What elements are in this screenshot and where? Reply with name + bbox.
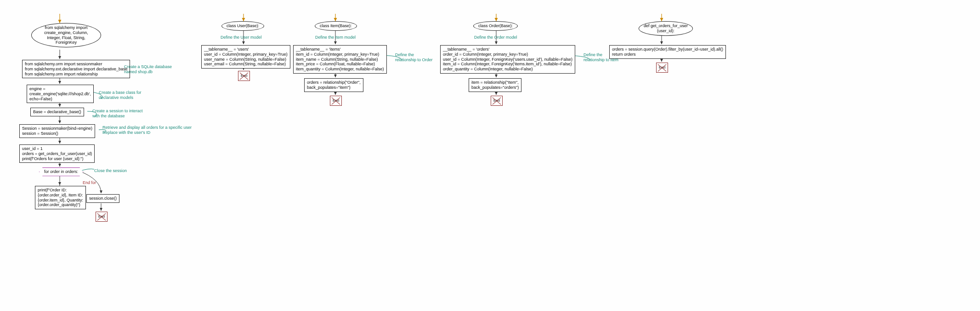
- annot-order-model: Define the Order model: [474, 35, 517, 40]
- node-text: End: [659, 65, 665, 70]
- node-text: from sqlalchemy.orm import sessionmaker …: [25, 62, 127, 76]
- main-userid-node: user_id = 1 orders = get_orders_for_user…: [19, 144, 95, 163]
- main-start-node: from sqlalchemy import create_engine, Co…: [31, 23, 101, 47]
- annot-item-model: Define the Item model: [315, 35, 356, 40]
- main-print-node: print(f"Order ID: {order.order_id}, Item…: [35, 186, 86, 209]
- item-body-node: __tablename__ = 'items' item_id = Column…: [293, 45, 387, 74]
- func-body-node: orders = session.query(Order).filter_by(…: [609, 45, 726, 59]
- node-text: class Item(Base):: [320, 23, 352, 28]
- node-text: End: [98, 214, 105, 219]
- node-text: print(f"Order ID: {order.order_id}, Item…: [38, 188, 83, 207]
- node-text: orders = relationship("Order", back_popu…: [307, 80, 361, 90]
- user-start-node: class User(Base):: [221, 21, 264, 31]
- item-end-node: End: [330, 96, 342, 106]
- order-end-node: End: [491, 96, 503, 106]
- node-text: class User(Base):: [227, 23, 259, 28]
- node-text: class Order(Base):: [478, 23, 513, 28]
- node-text: for order in orders:: [44, 169, 78, 174]
- node-text: End: [493, 98, 500, 103]
- node-text: __tablename__ = 'users' user_id = Column…: [204, 47, 288, 66]
- node-text: __tablename__ = 'items' item_id = Column…: [296, 47, 384, 71]
- annot-item-rel: Define the relationship to Order: [395, 52, 433, 63]
- main-base-node: Base = declarative_base(): [30, 108, 84, 116]
- node-text: item = relationship("Item", back_populat…: [471, 80, 519, 90]
- node-text: user_id = 1 orders = get_orders_for_user…: [22, 146, 92, 161]
- main-imports-node: from sqlalchemy.orm import sessionmaker …: [22, 60, 130, 78]
- func-start-node: def get_orders_for_user (user_id):: [639, 21, 693, 36]
- node-text: from sqlalchemy import create_engine, Co…: [44, 25, 88, 45]
- annot-session: Create a session to interact with the da…: [92, 109, 143, 119]
- item-start-node: class Item(Base):: [315, 21, 357, 31]
- order-rel-node: item = relationship("Item", back_populat…: [469, 78, 521, 92]
- main-end-node: End: [96, 212, 108, 222]
- node-text: def get_orders_for_user (user_id):: [644, 23, 688, 33]
- annot-user-model: Define the User model: [221, 35, 262, 40]
- annot-create-db: Create a SQLite database named shop.db: [124, 64, 172, 75]
- node-text: End: [241, 74, 247, 78]
- node-text: __tablename__ = 'orders' order_id = Colu…: [443, 47, 572, 71]
- annot-base-class: Create a base class for declarative mode…: [99, 90, 142, 100]
- node-text: Base = declarative_base(): [33, 109, 81, 114]
- node-text: session.close(): [89, 196, 117, 201]
- annot-close: Close the session: [94, 168, 127, 173]
- main-session-node: Session = sessionmaker(bind=engine) sess…: [19, 124, 95, 138]
- user-body-node: __tablename__ = 'users' user_id = Column…: [201, 45, 290, 69]
- main-close-node: session.close(): [86, 194, 119, 203]
- func-end-node: End: [656, 63, 668, 73]
- item-rel-node: orders = relationship("Order", back_popu…: [304, 78, 363, 92]
- node-text: orders = session.query(Order).filter_by(…: [612, 47, 723, 57]
- node-text: engine = create_engine('sqlite:///shop2.…: [29, 86, 91, 101]
- main-loop-node: for order in orders:: [39, 167, 83, 176]
- order-start-node: class Order(Base):: [473, 21, 518, 31]
- annot-retrieve: Retrieve and display all orders for a sp…: [102, 125, 192, 135]
- main-engine-node: engine = create_engine('sqlite:///shop2.…: [27, 85, 94, 103]
- flowchart-canvas: from sqlalchemy import create_engine, Co…: [5, 5, 980, 311]
- node-text: End: [333, 98, 339, 103]
- annot-endfor: End for: [83, 180, 96, 185]
- user-end-node: End: [238, 71, 250, 81]
- order-body-node: __tablename__ = 'orders' order_id = Colu…: [440, 45, 575, 74]
- node-text: Session = sessionmaker(bind=engine) sess…: [22, 126, 92, 136]
